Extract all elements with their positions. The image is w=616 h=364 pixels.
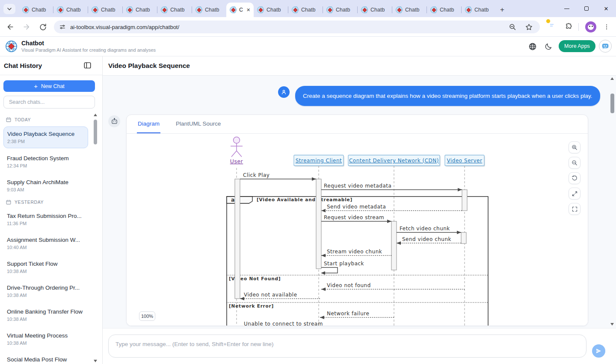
browser-tab[interactable]: Chatb (462, 3, 496, 17)
browser-tab[interactable]: Chatb (19, 3, 53, 17)
sidebar-scrollbar[interactable] (93, 114, 98, 364)
reset-view-button[interactable] (569, 172, 580, 184)
browser-tab[interactable]: Chatb (88, 3, 122, 17)
reload-button[interactable] (38, 22, 48, 32)
chat-scroll-up[interactable] (610, 77, 614, 80)
section-label-text: YESTERDAY (15, 200, 44, 205)
tab-title: Chatb (336, 7, 350, 13)
chat-history-item[interactable]: Virtual Meeting Process10:38 AM (3, 329, 88, 349)
chat-item-time: 10:40 AM (7, 245, 85, 250)
new-tab-button[interactable]: + (496, 3, 509, 17)
zoom-out-page-icon[interactable] (509, 23, 516, 31)
section-label: TODAY (6, 117, 92, 122)
message-label: Fetch video chunk (400, 226, 450, 232)
extensions-button[interactable] (564, 22, 574, 32)
download-badge-icon (546, 19, 551, 23)
robot-icon (111, 118, 118, 125)
chat-history-item[interactable]: Tax Return Submission Pro...11:36 PM (3, 209, 88, 230)
chat-item-title: Support Ticket Flow (7, 260, 85, 267)
moon-icon (545, 43, 552, 50)
browser-tab[interactable]: Chatb (53, 3, 88, 17)
language-button[interactable] (528, 42, 537, 51)
tab-search-button[interactable] (3, 4, 15, 14)
activation-bar (316, 179, 321, 269)
chat-history-item[interactable]: Drive-Through Ordering Pr...10:38 AM (3, 281, 88, 302)
tab-title: Chatb (170, 7, 184, 13)
tab-title: C (239, 7, 243, 13)
arrowhead (320, 316, 324, 319)
chat-history-item[interactable]: Online Banking Transfer Flow10:38 AM (3, 305, 88, 326)
browser-tab[interactable]: Chatb (123, 3, 157, 17)
send-button[interactable] (592, 344, 605, 358)
message-input[interactable] (108, 335, 586, 358)
chat-area: Create a sequence diagram that explains … (103, 76, 616, 328)
app-title: Chatbot (21, 40, 44, 47)
chat-history-item[interactable]: Video Playback Sequence2:38 PM (3, 126, 88, 148)
forward-button[interactable] (21, 22, 32, 32)
maximize-button[interactable] (577, 0, 596, 17)
address-bar[interactable]: ai-toolbox.visual-paradigm.com/app/chatb… (54, 21, 540, 33)
scroll-down-arrow[interactable] (94, 360, 97, 362)
collapse-sidebar-button[interactable] (84, 62, 91, 69)
zoom-in-button[interactable] (569, 141, 580, 153)
scroll-up-arrow[interactable] (94, 114, 97, 116)
window-controls: ✕ (557, 0, 616, 17)
browser-tab[interactable]: Chatb (392, 3, 426, 17)
dark-mode-button[interactable] (544, 42, 553, 51)
site-info-icon[interactable] (59, 23, 66, 30)
expand-button[interactable] (569, 188, 580, 200)
chat-history-item[interactable]: Social Media Post Flow (3, 352, 88, 364)
tab-strip: ChatbChatbChatbChatbChatbChatbC✕ChatbCha… (0, 0, 616, 17)
assistant-avatar-button[interactable] (599, 40, 612, 53)
activation-bar (235, 179, 240, 299)
chat-history-item[interactable]: Support Ticket Flow10:38 AM (3, 257, 88, 278)
message-label: Request video metadata (324, 183, 391, 189)
browser-tab[interactable]: Chatb (288, 3, 323, 17)
participant-name: Video Server (447, 158, 483, 164)
chat-history-item[interactable]: Supply Chain ArchiMate9:03 AM (3, 175, 88, 196)
chat-item-time: 9:03 AM (7, 187, 85, 192)
visual-paradigm-favicon (126, 6, 133, 13)
chat-history-item[interactable]: Assignment Submission W...10:40 AM (3, 233, 88, 254)
guard-label: [Video Available and Streamable] (257, 197, 352, 202)
scroll-thumb[interactable] (94, 120, 97, 144)
bookmark-star-icon[interactable] (525, 23, 533, 31)
app-subtitle: Visual Paradigm AI Assistant for creatin… (21, 47, 156, 53)
tab-title: Chatb (301, 7, 315, 13)
zoom-out-button[interactable] (569, 157, 580, 169)
profile-avatar[interactable] (585, 21, 596, 32)
diagram-viewport[interactable]: alt[Video Available and Streamable][Vide… (127, 134, 588, 326)
chat-scroll-down[interactable] (610, 323, 614, 326)
browser-tab[interactable]: Chatb (427, 3, 461, 17)
fullscreen-button[interactable] (569, 203, 580, 215)
visual-paradigm-favicon (195, 6, 202, 13)
browser-tab[interactable]: Chatb (192, 3, 226, 17)
tab-plantuml-source[interactable]: PlantUML Source (175, 115, 222, 133)
chat-item-title: Supply Chain ArchiMate (7, 179, 85, 186)
activation-bar (461, 232, 466, 244)
browser-tab[interactable]: Chatb (358, 3, 392, 17)
search-chats-input[interactable] (3, 96, 95, 109)
close-window-button[interactable]: ✕ (596, 0, 616, 17)
page-title: Video Playback Sequence (108, 62, 190, 70)
arrowhead (321, 288, 326, 291)
browser-tab[interactable]: Chatb (323, 3, 357, 17)
chat-scrollbar[interactable] (610, 77, 615, 326)
browser-tab[interactable]: Chatb (157, 3, 192, 17)
browser-menu-button[interactable] (601, 22, 612, 32)
reload-icon (39, 23, 47, 31)
tab-title: Chatb (101, 7, 115, 13)
minimize-button[interactable] (557, 0, 577, 17)
chat-history-item[interactable]: Fraud Detection System12:34 PM (3, 151, 88, 172)
tab-close-button[interactable]: ✕ (246, 7, 250, 13)
new-chat-button[interactable]: + New Chat (3, 80, 95, 92)
browser-tab-active[interactable]: C✕ (226, 3, 254, 17)
back-button[interactable] (5, 22, 15, 32)
tab-diagram[interactable]: Diagram (137, 115, 160, 133)
user-avatar (278, 86, 290, 98)
browser-tab[interactable]: Chatb (254, 3, 288, 17)
url-text[interactable]: ai-toolbox.visual-paradigm.com/app/chatb… (70, 24, 509, 30)
chat-scroll-thumb[interactable] (610, 94, 614, 113)
more-apps-button[interactable]: More Apps (559, 40, 595, 52)
new-chat-label: New Chat (41, 83, 65, 89)
